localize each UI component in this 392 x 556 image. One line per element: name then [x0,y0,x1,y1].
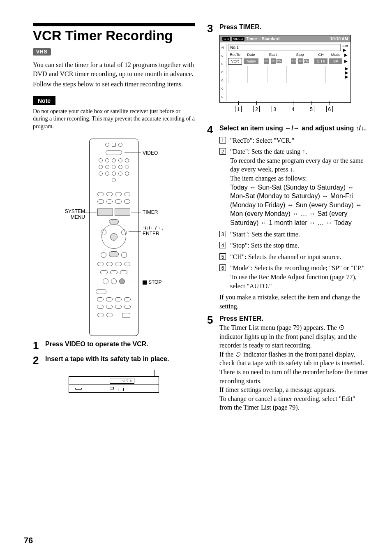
callout-5: 5 [308,106,314,112]
col-ch: CH [314,53,327,57]
screen-clock: 10:10 AM [330,37,348,41]
arrow-right-icon: ▶ [341,48,349,52]
step-4-number: 4 [207,124,215,135]
item-4-num: 4 [219,242,226,248]
val-recto: VCR [228,58,242,65]
stop-square-icon [143,280,147,285]
item-2-num: 2 [219,148,226,155]
step-2-head: Insert a tape with its safety tab in pla… [45,355,195,364]
vcr-diagram: ◁ ▽ ▷ [69,370,159,398]
col-zero-2: 0 [221,69,226,76]
step-1-number: 1 [33,340,41,351]
step-5-p1: The Timer List menu (page 79) appears. T… [219,323,369,350]
step-4-tail: If you make a mistake, select the item a… [219,293,369,310]
item-6-num: 6 [219,264,226,271]
step-1-head: Press VIDEO to operate the VCR. [45,340,195,349]
callout-2: 2 [253,106,260,112]
item-2-line2: To record the same program every day or … [230,156,369,174]
item-2-line3: The item changes as follows: [230,174,369,183]
callout-row: 1 2 3 4 5 6 [219,105,351,120]
item-1-text: "RecTo": Select "VCR." [230,136,294,145]
item-3-num: 3 [219,231,226,237]
item-1-num: 1 [219,137,226,144]
label-enter: ENTER [143,231,159,236]
arrow-right-icon-2: ▶ [344,53,348,57]
col-start: Start [260,53,286,57]
clock-icon: ⏲ [339,324,345,331]
col-zero-4: 0 [221,85,226,93]
step-5-p3: There is no need to turn off the recorde… [219,368,369,385]
label-timer: TIMER [143,209,158,215]
label-video: VIDEO [143,150,158,156]
step-4-head: Select an item using ←/→ and adjust usin… [219,124,369,133]
timer-screen: S B VIDEO Timer – Standard 10:10 AM N 0 … [219,35,351,103]
step-2-number: 2 [33,355,41,366]
val-ch: CH 8 [314,58,327,64]
col-zero-0: 0 [221,52,226,60]
row-no: No.1 [228,44,341,51]
label-system-menu-2: MENU [71,214,85,220]
item-3-text: "Start": Sets the start time. [230,230,300,239]
callout-4: 4 [290,106,296,112]
intro-paragraph-2: Follow the steps below to set each timer… [33,80,195,89]
val-mode: SP [329,58,342,64]
callout-3: 3 [272,106,278,112]
item-6-text: "Mode": Selects the recording mode; "SP"… [230,264,369,290]
col-zero-1: 0 [221,60,226,68]
col-zero-5: 0 [221,93,226,101]
col-n: N [221,44,226,51]
step-5-p5: To change or cancel a timer recording, s… [219,394,369,412]
item-2-line4: Today ↔ Sun-Sat (Sunday to Saturday) ↔ M… [230,183,369,227]
col-mode: Mode [329,53,342,57]
note-label: Note [33,96,55,105]
col-zero-3: 0 [221,77,226,84]
item-4-text: "Stop": Sets the stop time. [230,241,299,250]
step-5-p2: If the ⏲ indicator flashes in the front … [219,350,369,368]
arrow-right-icon-3: ▶ [344,59,348,63]
intro-paragraph-1: You can set the timer for a total of 12 … [33,60,195,79]
vhs-badge: VHS [33,48,51,56]
col-recto: RecTo [228,53,242,57]
screen-badge-1: S B [222,37,230,41]
page-number: 76 [24,536,33,545]
page-title: VCR Timer Recording [33,28,195,44]
screen-title: Timer – Standard [246,37,280,41]
val-start: 09:00PM [260,58,286,64]
callout-1: 1 [235,106,242,112]
callout-6: 6 [326,106,333,112]
col-stop: Stop [287,53,313,57]
step-5-head: Press ENTER. [219,315,369,323]
step-5-p4: If timer settings overlap, a message app… [219,385,369,394]
note-text: Do not operate your cable box or satelli… [33,108,195,130]
screen-badge-2: VIDEO [232,37,244,41]
val-date: Today [244,58,258,64]
item-5-text: "CH": Selects the channel or input sourc… [230,253,341,262]
val-stop: 10:00PM [287,58,313,64]
item-2-line1: "Date": Sets the date using ↑. [230,147,369,156]
clock-icon: ⏲ [235,351,242,358]
remote-diagram: VIDEO SYSTEM MENU TIMER ↑/↓/←/→, ENTER S… [56,139,171,336]
label-system-menu-1: SYSTEM [65,208,85,214]
col-date: Date [244,53,258,57]
item-5-num: 5 [219,253,226,260]
label-arrows: ↑/↓/←/→, [143,225,163,231]
step-3-head: Press TIMER. [219,23,369,32]
step-3-number: 3 [207,23,215,34]
edit-label: Edit [341,44,349,48]
label-stop: STOP [143,279,161,285]
step-5-number: 5 [207,315,215,325]
